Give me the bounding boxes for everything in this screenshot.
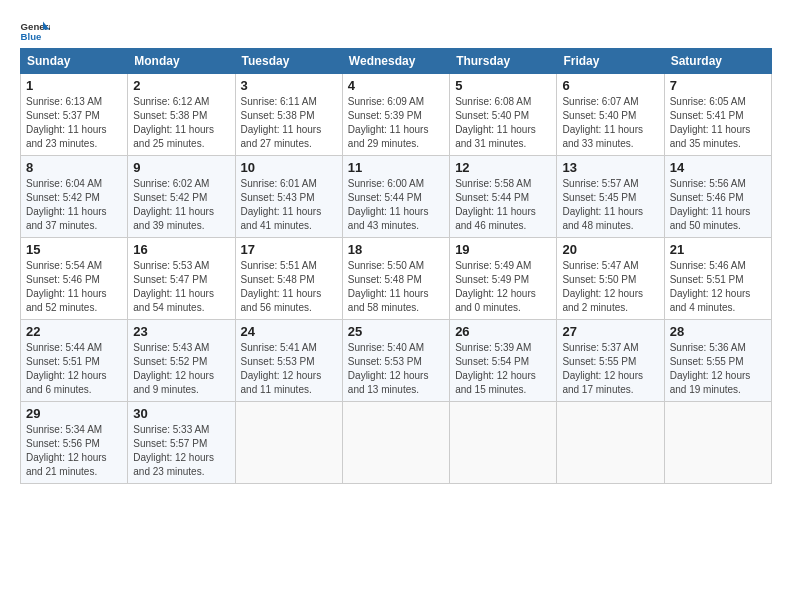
day-header-thursday: Thursday — [450, 49, 557, 74]
calendar-cell: 1 Sunrise: 6:13 AM Sunset: 5:37 PM Dayli… — [21, 74, 128, 156]
day-info: Sunrise: 5:36 AM Sunset: 5:55 PM Dayligh… — [670, 341, 766, 397]
calendar-cell: 23 Sunrise: 5:43 AM Sunset: 5:52 PM Dayl… — [128, 320, 235, 402]
calendar-cell: 19 Sunrise: 5:49 AM Sunset: 5:49 PM Dayl… — [450, 238, 557, 320]
day-number: 18 — [348, 242, 444, 257]
calendar-cell: 18 Sunrise: 5:50 AM Sunset: 5:48 PM Dayl… — [342, 238, 449, 320]
calendar-cell: 9 Sunrise: 6:02 AM Sunset: 5:42 PM Dayli… — [128, 156, 235, 238]
day-header-monday: Monday — [128, 49, 235, 74]
day-info: Sunrise: 6:05 AM Sunset: 5:41 PM Dayligh… — [670, 95, 766, 151]
week-row-4: 22 Sunrise: 5:44 AM Sunset: 5:51 PM Dayl… — [21, 320, 772, 402]
day-number: 1 — [26, 78, 122, 93]
day-info: Sunrise: 5:41 AM Sunset: 5:53 PM Dayligh… — [241, 341, 337, 397]
day-number: 28 — [670, 324, 766, 339]
day-number: 4 — [348, 78, 444, 93]
day-number: 12 — [455, 160, 551, 175]
day-number: 11 — [348, 160, 444, 175]
day-info: Sunrise: 5:40 AM Sunset: 5:53 PM Dayligh… — [348, 341, 444, 397]
day-info: Sunrise: 6:01 AM Sunset: 5:43 PM Dayligh… — [241, 177, 337, 233]
week-row-5: 29 Sunrise: 5:34 AM Sunset: 5:56 PM Dayl… — [21, 402, 772, 484]
calendar-cell: 6 Sunrise: 6:07 AM Sunset: 5:40 PM Dayli… — [557, 74, 664, 156]
day-number: 22 — [26, 324, 122, 339]
calendar-cell — [664, 402, 771, 484]
day-header-wednesday: Wednesday — [342, 49, 449, 74]
calendar-cell: 16 Sunrise: 5:53 AM Sunset: 5:47 PM Dayl… — [128, 238, 235, 320]
calendar-cell — [235, 402, 342, 484]
calendar-cell: 12 Sunrise: 5:58 AM Sunset: 5:44 PM Dayl… — [450, 156, 557, 238]
calendar-cell: 26 Sunrise: 5:39 AM Sunset: 5:54 PM Dayl… — [450, 320, 557, 402]
calendar-cell: 5 Sunrise: 6:08 AM Sunset: 5:40 PM Dayli… — [450, 74, 557, 156]
day-info: Sunrise: 5:44 AM Sunset: 5:51 PM Dayligh… — [26, 341, 122, 397]
calendar-cell: 22 Sunrise: 5:44 AM Sunset: 5:51 PM Dayl… — [21, 320, 128, 402]
day-info: Sunrise: 6:04 AM Sunset: 5:42 PM Dayligh… — [26, 177, 122, 233]
day-number: 26 — [455, 324, 551, 339]
day-info: Sunrise: 5:46 AM Sunset: 5:51 PM Dayligh… — [670, 259, 766, 315]
calendar-cell — [557, 402, 664, 484]
day-header-tuesday: Tuesday — [235, 49, 342, 74]
calendar-cell: 4 Sunrise: 6:09 AM Sunset: 5:39 PM Dayli… — [342, 74, 449, 156]
calendar-cell: 3 Sunrise: 6:11 AM Sunset: 5:38 PM Dayli… — [235, 74, 342, 156]
day-header-sunday: Sunday — [21, 49, 128, 74]
day-info: Sunrise: 5:33 AM Sunset: 5:57 PM Dayligh… — [133, 423, 229, 479]
day-number: 13 — [562, 160, 658, 175]
day-number: 15 — [26, 242, 122, 257]
week-row-2: 8 Sunrise: 6:04 AM Sunset: 5:42 PM Dayli… — [21, 156, 772, 238]
calendar-cell: 28 Sunrise: 5:36 AM Sunset: 5:55 PM Dayl… — [664, 320, 771, 402]
calendar-cell: 25 Sunrise: 5:40 AM Sunset: 5:53 PM Dayl… — [342, 320, 449, 402]
day-info: Sunrise: 5:51 AM Sunset: 5:48 PM Dayligh… — [241, 259, 337, 315]
day-number: 3 — [241, 78, 337, 93]
calendar-cell: 24 Sunrise: 5:41 AM Sunset: 5:53 PM Dayl… — [235, 320, 342, 402]
day-info: Sunrise: 5:56 AM Sunset: 5:46 PM Dayligh… — [670, 177, 766, 233]
day-number: 5 — [455, 78, 551, 93]
calendar-cell: 21 Sunrise: 5:46 AM Sunset: 5:51 PM Dayl… — [664, 238, 771, 320]
day-number: 9 — [133, 160, 229, 175]
day-number: 8 — [26, 160, 122, 175]
day-number: 10 — [241, 160, 337, 175]
calendar-cell: 7 Sunrise: 6:05 AM Sunset: 5:41 PM Dayli… — [664, 74, 771, 156]
day-info: Sunrise: 6:11 AM Sunset: 5:38 PM Dayligh… — [241, 95, 337, 151]
day-info: Sunrise: 6:09 AM Sunset: 5:39 PM Dayligh… — [348, 95, 444, 151]
svg-text:Blue: Blue — [21, 31, 42, 42]
logo: General Blue — [20, 20, 50, 44]
day-info: Sunrise: 6:13 AM Sunset: 5:37 PM Dayligh… — [26, 95, 122, 151]
day-info: Sunrise: 6:08 AM Sunset: 5:40 PM Dayligh… — [455, 95, 551, 151]
day-info: Sunrise: 5:57 AM Sunset: 5:45 PM Dayligh… — [562, 177, 658, 233]
day-number: 2 — [133, 78, 229, 93]
page-header: General Blue — [20, 20, 772, 44]
day-header-friday: Friday — [557, 49, 664, 74]
day-number: 21 — [670, 242, 766, 257]
day-info: Sunrise: 5:58 AM Sunset: 5:44 PM Dayligh… — [455, 177, 551, 233]
calendar-cell: 30 Sunrise: 5:33 AM Sunset: 5:57 PM Dayl… — [128, 402, 235, 484]
calendar-cell: 10 Sunrise: 6:01 AM Sunset: 5:43 PM Dayl… — [235, 156, 342, 238]
day-number: 27 — [562, 324, 658, 339]
day-number: 24 — [241, 324, 337, 339]
day-number: 17 — [241, 242, 337, 257]
day-number: 7 — [670, 78, 766, 93]
day-info: Sunrise: 5:37 AM Sunset: 5:55 PM Dayligh… — [562, 341, 658, 397]
calendar-cell — [450, 402, 557, 484]
calendar-cell: 17 Sunrise: 5:51 AM Sunset: 5:48 PM Dayl… — [235, 238, 342, 320]
day-info: Sunrise: 5:54 AM Sunset: 5:46 PM Dayligh… — [26, 259, 122, 315]
day-info: Sunrise: 6:02 AM Sunset: 5:42 PM Dayligh… — [133, 177, 229, 233]
calendar-cell: 2 Sunrise: 6:12 AM Sunset: 5:38 PM Dayli… — [128, 74, 235, 156]
calendar-cell: 11 Sunrise: 6:00 AM Sunset: 5:44 PM Dayl… — [342, 156, 449, 238]
day-number: 29 — [26, 406, 122, 421]
day-number: 25 — [348, 324, 444, 339]
calendar-cell — [342, 402, 449, 484]
day-info: Sunrise: 6:00 AM Sunset: 5:44 PM Dayligh… — [348, 177, 444, 233]
day-info: Sunrise: 5:34 AM Sunset: 5:56 PM Dayligh… — [26, 423, 122, 479]
calendar-cell: 20 Sunrise: 5:47 AM Sunset: 5:50 PM Dayl… — [557, 238, 664, 320]
day-info: Sunrise: 5:50 AM Sunset: 5:48 PM Dayligh… — [348, 259, 444, 315]
day-info: Sunrise: 6:12 AM Sunset: 5:38 PM Dayligh… — [133, 95, 229, 151]
day-number: 14 — [670, 160, 766, 175]
day-info: Sunrise: 5:43 AM Sunset: 5:52 PM Dayligh… — [133, 341, 229, 397]
week-row-1: 1 Sunrise: 6:13 AM Sunset: 5:37 PM Dayli… — [21, 74, 772, 156]
day-info: Sunrise: 5:47 AM Sunset: 5:50 PM Dayligh… — [562, 259, 658, 315]
day-number: 16 — [133, 242, 229, 257]
day-info: Sunrise: 5:39 AM Sunset: 5:54 PM Dayligh… — [455, 341, 551, 397]
day-header-saturday: Saturday — [664, 49, 771, 74]
day-info: Sunrise: 5:49 AM Sunset: 5:49 PM Dayligh… — [455, 259, 551, 315]
day-info: Sunrise: 5:53 AM Sunset: 5:47 PM Dayligh… — [133, 259, 229, 315]
day-number: 30 — [133, 406, 229, 421]
week-row-3: 15 Sunrise: 5:54 AM Sunset: 5:46 PM Dayl… — [21, 238, 772, 320]
calendar-cell: 14 Sunrise: 5:56 AM Sunset: 5:46 PM Dayl… — [664, 156, 771, 238]
